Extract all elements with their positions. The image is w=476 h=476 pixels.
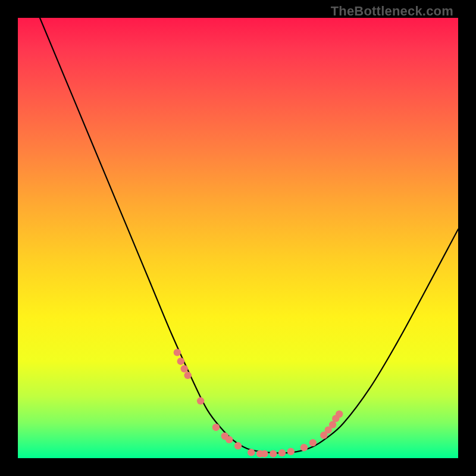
bottleneck-curve bbox=[40, 18, 458, 453]
data-point bbox=[309, 439, 317, 446]
data-point bbox=[248, 449, 255, 456]
data-point bbox=[270, 450, 277, 457]
watermark-text: TheBottleneck.com bbox=[331, 4, 453, 19]
data-point bbox=[278, 449, 286, 456]
data-point bbox=[174, 349, 181, 356]
data-point bbox=[197, 397, 204, 405]
chart-area bbox=[18, 18, 458, 458]
data-point bbox=[261, 450, 268, 457]
data-point bbox=[181, 365, 188, 372]
data-point bbox=[226, 436, 233, 443]
data-point bbox=[177, 358, 184, 365]
data-point bbox=[184, 372, 191, 379]
chart-svg bbox=[18, 18, 458, 458]
data-markers bbox=[174, 349, 343, 458]
data-point bbox=[234, 442, 242, 449]
data-point bbox=[287, 448, 295, 455]
data-point bbox=[212, 424, 220, 431]
data-point bbox=[300, 444, 308, 451]
data-point bbox=[336, 411, 343, 418]
